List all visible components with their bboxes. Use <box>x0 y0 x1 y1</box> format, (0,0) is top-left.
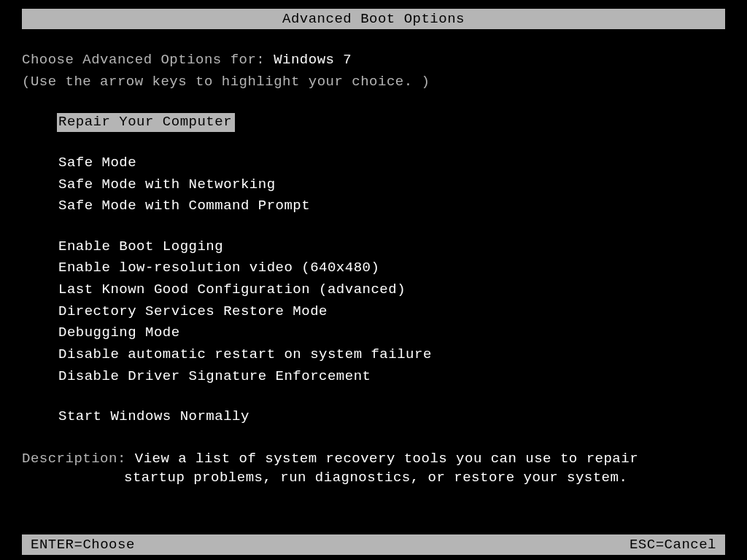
menu-item-start-normally[interactable]: Start Windows Normally <box>57 408 251 427</box>
description-line2: startup problems, run diagnostics, or re… <box>22 469 725 488</box>
content-area: Choose Advanced Options for: Windows 7 (… <box>0 29 747 487</box>
os-name: Windows 7 <box>274 52 352 68</box>
menu-group-advanced: Enable Boot Logging Enable low-resolutio… <box>57 238 725 389</box>
description-label: Description: <box>22 451 135 467</box>
title-bar: Advanced Boot Options <box>22 9 725 29</box>
description-block: Description: View a list of system recov… <box>22 450 725 487</box>
menu-item-disable-auto-restart[interactable]: Disable automatic restart on system fail… <box>57 346 433 365</box>
menu-item-last-known-good[interactable]: Last Known Good Configuration (advanced) <box>57 281 407 300</box>
menu-item-boot-logging[interactable]: Enable Boot Logging <box>57 238 225 257</box>
boot-menu[interactable]: Repair Your Computer Safe Mode Safe Mode… <box>22 113 725 429</box>
menu-item-disable-driver-signature[interactable]: Disable Driver Signature Enforcement <box>57 368 372 386</box>
footer-enter-hint: ENTER=Choose <box>31 537 135 553</box>
instruction-text: (Use the arrow keys to highlight your ch… <box>22 73 725 92</box>
footer-bar: ENTER=Choose ESC=Cancel <box>22 534 725 555</box>
menu-item-directory-services-restore[interactable]: Directory Services Restore Mode <box>57 303 329 322</box>
menu-item-safe-mode[interactable]: Safe Mode <box>57 154 138 173</box>
menu-item-safe-mode-networking[interactable]: Safe Mode with Networking <box>57 176 277 195</box>
footer-esc-hint: ESC=Cancel <box>630 537 716 553</box>
menu-item-repair-your-computer[interactable]: Repair Your Computer <box>57 113 235 132</box>
header-prompt: Choose Advanced Options for: Windows 7 <box>22 51 725 70</box>
screen-title: Advanced Boot Options <box>282 11 465 27</box>
menu-item-safe-mode-command-prompt[interactable]: Safe Mode with Command Prompt <box>57 197 311 216</box>
menu-group-safe-mode: Safe Mode Safe Mode with Networking Safe… <box>57 154 725 219</box>
menu-item-low-res-video[interactable]: Enable low-resolution video (640x480) <box>57 259 381 278</box>
menu-item-debugging-mode[interactable]: Debugging Mode <box>57 324 182 343</box>
prompt-prefix: Choose Advanced Options for: <box>22 52 274 68</box>
menu-group-repair: Repair Your Computer <box>57 113 725 135</box>
description-line1: View a list of system recovery tools you… <box>135 451 638 467</box>
menu-group-normal: Start Windows Normally <box>57 408 725 429</box>
